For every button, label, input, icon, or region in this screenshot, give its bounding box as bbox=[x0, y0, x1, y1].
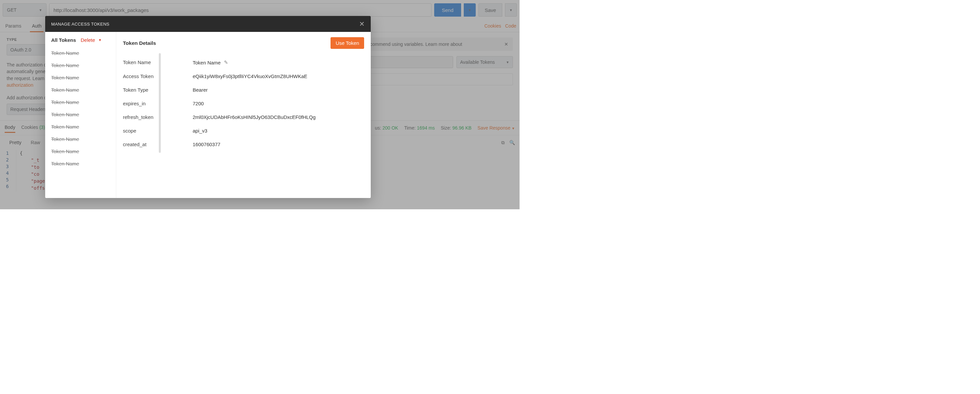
chevron-down-icon: ▼ bbox=[98, 38, 102, 42]
token-list-item[interactable]: Token Name bbox=[51, 71, 116, 84]
token-list-panel: All Tokens Delete ▼ Token NameToken Name… bbox=[45, 32, 116, 198]
token-list-item[interactable]: Token Name bbox=[51, 47, 116, 59]
use-token-button[interactable]: Use Token bbox=[331, 37, 364, 49]
modal-header: MANAGE ACCESS TOKENS ✕ bbox=[45, 16, 371, 32]
token-details-panel: Token Details Use Token Token Name Token… bbox=[116, 32, 371, 198]
manage-tokens-modal: MANAGE ACCESS TOKENS ✕ All Tokens Delete… bbox=[45, 16, 371, 198]
token-list-item[interactable]: Token Name bbox=[51, 121, 116, 133]
modal-title: MANAGE ACCESS TOKENS bbox=[51, 22, 109, 27]
token-list-item[interactable]: Token Name bbox=[51, 133, 116, 145]
token-list-item[interactable]: Token Name bbox=[51, 96, 116, 108]
token-list-item[interactable]: Token Name bbox=[51, 108, 116, 121]
close-icon[interactable]: ✕ bbox=[359, 21, 365, 27]
token-list-item[interactable]: Token Name bbox=[51, 59, 116, 71]
token-list-item[interactable]: Token Name bbox=[51, 157, 116, 170]
pencil-icon[interactable]: ✎ bbox=[224, 59, 228, 65]
token-details-title: Token Details bbox=[123, 40, 156, 46]
scrollbar[interactable] bbox=[159, 53, 161, 153]
delete-tokens-dropdown[interactable]: Delete ▼ bbox=[81, 37, 102, 43]
all-tokens-label: All Tokens bbox=[51, 37, 76, 43]
token-list-item[interactable]: Token Name bbox=[51, 84, 116, 96]
token-list-item[interactable]: Token Name bbox=[51, 145, 116, 157]
